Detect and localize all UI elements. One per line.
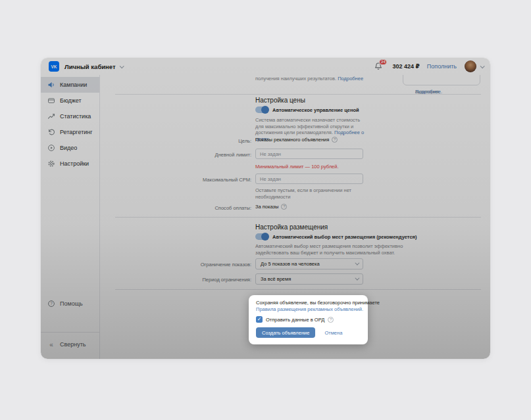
terms-disclaimer: Сохраняя объявление, вы безоговорочно пр…: [256, 300, 361, 306]
vk-ads-cabinet-window: VK Личный кабинет 24 302 424 ₽ Пополнить…: [41, 58, 490, 359]
ord-checkbox-row: ✓ Отправить данные в ОРД ?: [256, 316, 361, 323]
create-ad-button[interactable]: Создать объявление: [256, 327, 315, 338]
create-ad-dialog: Сохраняя объявление, вы безоговорочно пр…: [249, 295, 368, 344]
cancel-button[interactable]: Отмена: [324, 330, 342, 336]
terms-link[interactable]: Правила размещения рекламных объявлений.: [256, 306, 363, 312]
help-icon[interactable]: ?: [328, 317, 334, 323]
dialog-buttons: Создать объявление Отмена: [256, 327, 361, 338]
ord-checkbox-label: Отправить данные в ОРД: [266, 317, 324, 323]
ord-checkbox[interactable]: ✓: [256, 316, 263, 323]
